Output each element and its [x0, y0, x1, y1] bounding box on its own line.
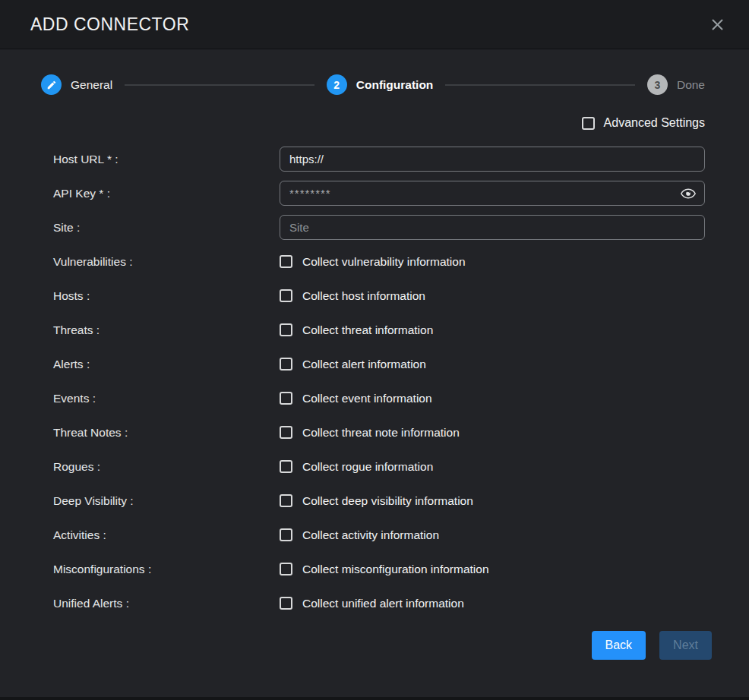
- pencil-icon: [41, 74, 62, 95]
- collection-option-label: Threat Notes :: [53, 426, 280, 440]
- collection-option-label: Deep Visibility :: [53, 494, 280, 508]
- collection-option-checkbox-label: Collect deep visibility information: [302, 494, 473, 508]
- stepper-connector: [445, 84, 635, 86]
- stepper-connector: [125, 84, 314, 86]
- step-2-badge: 2: [327, 74, 347, 95]
- collection-option-row: Rogues : Collect rogue information: [53, 454, 705, 479]
- collection-option-checkbox[interactable]: [280, 494, 292, 507]
- collection-option-checkbox-label: Collect threat information: [302, 323, 433, 337]
- advanced-settings-checkbox[interactable]: [582, 117, 595, 130]
- collection-option-label: Unified Alerts :: [53, 597, 280, 610]
- collection-option-label: Vulnerabilities :: [53, 255, 280, 269]
- collection-options-list: Vulnerabilities : Collect vulnerability …: [53, 249, 705, 616]
- collection-option-row: Misconfigurations : Collect misconfigura…: [53, 557, 705, 582]
- step-general-label: General: [71, 78, 112, 92]
- collection-option-checkbox[interactable]: [280, 323, 292, 336]
- collection-option-checkbox-label: Collect activity information: [302, 528, 439, 542]
- collection-option-row: Unified Alerts : Collect unified alert i…: [53, 591, 705, 616]
- collection-option-row: Vulnerabilities : Collect vulnerability …: [53, 249, 705, 274]
- collection-option-row: Threat Notes : Collect threat note infor…: [53, 420, 705, 445]
- collection-option-checkbox[interactable]: [280, 563, 292, 575]
- collection-option-checkbox[interactable]: [280, 597, 292, 610]
- collection-option-label: Rogues :: [53, 460, 280, 474]
- collection-option-row: Threats : Collect threat information: [53, 317, 705, 342]
- collection-option-checkbox[interactable]: [280, 255, 292, 268]
- advanced-settings-label: Advanced Settings: [604, 116, 705, 130]
- api-key-row: API Key * :: [53, 181, 705, 206]
- collection-option-checkbox-label: Collect event information: [302, 392, 432, 405]
- modal-header: ADD CONNECTOR: [0, 0, 749, 49]
- collection-option-row: Deep Visibility : Collect deep visibilit…: [53, 488, 705, 513]
- collection-option-label: Events :: [53, 392, 280, 405]
- collection-option-checkbox-label: Collect host information: [302, 289, 425, 303]
- step-general[interactable]: General: [41, 74, 112, 95]
- collection-option-checkbox[interactable]: [280, 358, 292, 370]
- collection-option-checkbox-label: Collect alert information: [302, 358, 426, 371]
- next-button[interactable]: Next: [659, 631, 712, 660]
- eye-icon: [681, 190, 696, 201]
- collection-option-checkbox-label: Collect misconfiguration information: [302, 563, 489, 576]
- step-configuration[interactable]: 2 Configuration: [327, 74, 434, 95]
- collection-option-label: Hosts :: [53, 289, 280, 303]
- collection-option-row: Alerts : Collect alert information: [53, 352, 705, 377]
- collection-option-checkbox-label: Collect rogue information: [302, 460, 433, 474]
- collection-option-checkbox[interactable]: [280, 426, 292, 439]
- site-label: Site :: [53, 221, 280, 235]
- configuration-form: Advanced Settings Host URL * : API Key *…: [0, 102, 749, 625]
- collection-option-row: Events : Collect event information: [53, 386, 705, 411]
- host-url-label: Host URL * :: [53, 153, 280, 166]
- host-url-row: Host URL * :: [53, 147, 705, 172]
- step-3-badge: 3: [647, 74, 668, 95]
- collection-option-row: Hosts : Collect host information: [53, 283, 705, 308]
- step-done-label: Done: [677, 78, 705, 92]
- collection-option-checkbox-label: Collect unified alert information: [302, 597, 464, 610]
- toggle-password-visibility-button[interactable]: [679, 187, 697, 200]
- site-input[interactable]: [280, 215, 705, 240]
- api-key-label: API Key * :: [53, 187, 280, 200]
- collection-option-label: Threats :: [53, 323, 280, 337]
- collection-option-checkbox[interactable]: [280, 289, 292, 302]
- step-configuration-label: Configuration: [356, 78, 434, 92]
- modal-title: ADD CONNECTOR: [30, 14, 189, 35]
- collection-option-checkbox[interactable]: [280, 460, 292, 473]
- collection-option-checkbox-label: Collect vulnerability information: [302, 255, 466, 269]
- close-icon: [710, 23, 725, 34]
- collection-option-checkbox[interactable]: [280, 528, 292, 541]
- collection-option-label: Alerts :: [53, 358, 280, 371]
- collection-option-checkbox-label: Collect threat note information: [302, 426, 460, 440]
- modal-footer: Back Next: [0, 625, 749, 660]
- collection-option-checkbox[interactable]: [280, 392, 292, 405]
- close-button[interactable]: [707, 14, 728, 35]
- add-connector-modal: ADD CONNECTOR General 2 Configuration: [0, 0, 749, 697]
- advanced-settings-row: Advanced Settings: [53, 116, 705, 130]
- api-key-input[interactable]: [280, 181, 705, 206]
- collection-option-row: Activities : Collect activity informatio…: [53, 522, 705, 547]
- collection-option-label: Activities :: [53, 528, 280, 542]
- wizard-stepper: General 2 Configuration 3 Done: [0, 49, 749, 102]
- site-row: Site :: [53, 215, 705, 240]
- host-url-input[interactable]: [280, 147, 705, 172]
- collection-option-label: Misconfigurations :: [53, 563, 280, 576]
- back-button[interactable]: Back: [592, 631, 646, 660]
- step-done: 3 Done: [647, 74, 705, 95]
